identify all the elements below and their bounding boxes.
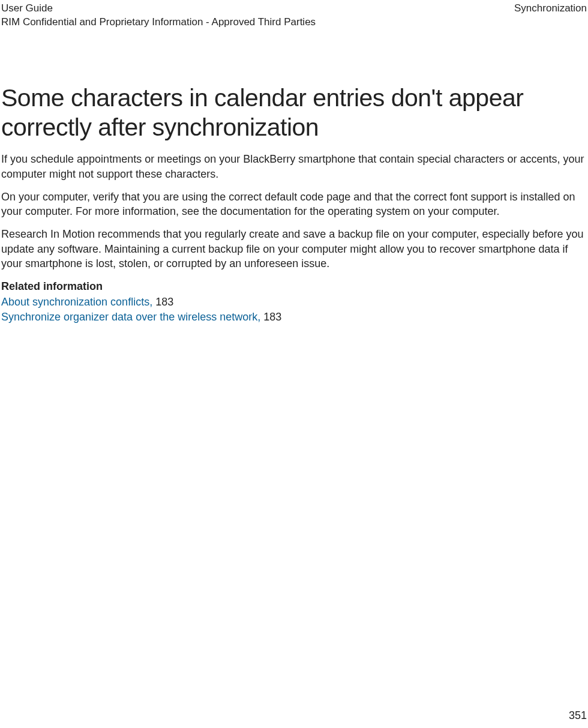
link-sync-organizer[interactable]: Synchronize organizer data over the wire… bbox=[1, 311, 260, 323]
page-title: Some characters in calendar entries don'… bbox=[1, 83, 587, 142]
page-number: 351 bbox=[569, 709, 587, 722]
page-content: Some characters in calendar entries don'… bbox=[0, 83, 588, 325]
related-heading: Related information bbox=[1, 279, 587, 294]
confidential-label: RIM Confidential and Proprietary Informa… bbox=[1, 16, 316, 29]
related-information: Related information About synchronizatio… bbox=[1, 279, 587, 325]
page-header: User Guide RIM Confidential and Propriet… bbox=[0, 0, 588, 29]
header-left: User Guide RIM Confidential and Propriet… bbox=[1, 2, 316, 29]
page-ref-1: 183 bbox=[155, 296, 173, 308]
section-label: Synchronization bbox=[514, 2, 587, 16]
paragraph-3: Research In Motion recommends that you r… bbox=[1, 227, 587, 271]
related-link-2: Synchronize organizer data over the wire… bbox=[1, 310, 587, 325]
paragraph-1: If you schedule appointments or meetings… bbox=[1, 152, 587, 181]
guide-label: User Guide bbox=[1, 2, 316, 16]
link-sync-conflicts[interactable]: About synchronization conflicts, bbox=[1, 296, 152, 308]
page-ref-2: 183 bbox=[263, 311, 281, 323]
related-link-1: About synchronization conflicts, 183 bbox=[1, 295, 587, 310]
header-right: Synchronization bbox=[514, 2, 587, 16]
paragraph-2: On your computer, verify that you are us… bbox=[1, 190, 587, 219]
